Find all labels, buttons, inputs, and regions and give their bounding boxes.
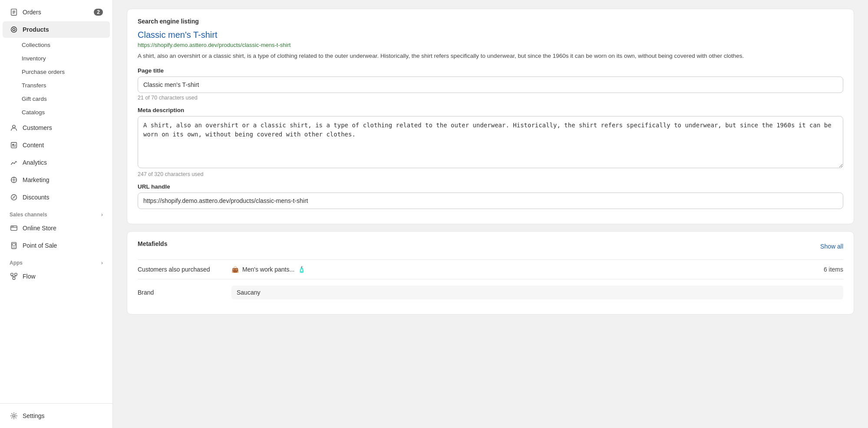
sidebar-item-collections[interactable]: Collections bbox=[3, 39, 110, 51]
products-icon bbox=[10, 25, 18, 34]
main-content: Search engine listing Classic men's T-sh… bbox=[113, 0, 868, 428]
metafields-header: Metafields Show all bbox=[138, 240, 843, 252]
svg-rect-8 bbox=[11, 226, 17, 231]
metafield-purchased-text: Men's work pants... bbox=[242, 266, 294, 273]
meta-description-char-count: 247 of 320 characters used bbox=[138, 171, 843, 177]
sidebar-item-transfers[interactable]: Transfers bbox=[3, 79, 110, 92]
sales-channels-label: Sales channels bbox=[10, 212, 47, 218]
metafield-emoji2: 🧴 bbox=[298, 266, 305, 273]
seo-card: Search engine listing Classic men's T-sh… bbox=[127, 9, 854, 224]
sales-channels-section: Sales channels › bbox=[0, 206, 112, 219]
seo-section-title: Search engine listing bbox=[138, 18, 843, 25]
svg-rect-14 bbox=[15, 273, 17, 275]
sidebar-item-analytics[interactable]: Analytics bbox=[3, 154, 110, 171]
svg-point-10 bbox=[13, 226, 14, 227]
analytics-icon bbox=[10, 158, 18, 167]
sidebar-item-products[interactable]: Products bbox=[3, 21, 110, 38]
online-store-icon bbox=[10, 224, 18, 232]
sidebar-item-discounts[interactable]: Discounts bbox=[3, 189, 110, 206]
catalogs-label: Catalogs bbox=[22, 109, 45, 116]
collections-label: Collections bbox=[22, 42, 50, 48]
products-label: Products bbox=[23, 26, 49, 33]
sidebar: Orders 2 Products Collections Inventory … bbox=[0, 0, 113, 428]
sidebar-item-orders[interactable]: Orders 2 bbox=[3, 4, 110, 20]
page-title-group: Page title 21 of 70 characters used bbox=[138, 67, 843, 101]
seo-product-description: A shirt, also an overshirt or a classic … bbox=[138, 52, 843, 60]
settings-icon bbox=[10, 411, 18, 420]
point-of-sale-icon bbox=[10, 241, 18, 250]
gift-cards-label: Gift cards bbox=[22, 96, 47, 102]
url-handle-input[interactable] bbox=[138, 192, 843, 209]
seo-product-url: https://shopify.demo.asttero.dev/product… bbox=[138, 42, 843, 48]
page-title-label: Page title bbox=[138, 67, 843, 74]
sidebar-item-settings[interactable]: Settings bbox=[3, 408, 110, 424]
inventory-label: Inventory bbox=[22, 55, 46, 62]
svg-point-9 bbox=[12, 226, 13, 227]
content-label: Content bbox=[23, 142, 44, 149]
customers-icon bbox=[10, 123, 18, 132]
metafield-purchased-count: 6 items bbox=[824, 266, 843, 273]
transfers-label: Transfers bbox=[22, 82, 46, 89]
sidebar-item-marketing[interactable]: Marketing bbox=[3, 172, 110, 188]
svg-point-2 bbox=[13, 28, 15, 30]
svg-rect-15 bbox=[13, 277, 15, 279]
svg-point-3 bbox=[13, 125, 15, 128]
svg-point-1 bbox=[11, 27, 17, 33]
sidebar-bottom: Settings bbox=[0, 403, 112, 425]
meta-description-label: Meta description bbox=[138, 107, 843, 113]
metafields-title: Metafields bbox=[138, 240, 167, 247]
page-title-char-count: 21 of 70 characters used bbox=[138, 95, 843, 101]
url-handle-label: URL handle bbox=[138, 183, 843, 190]
show-all-link[interactable]: Show all bbox=[820, 243, 843, 250]
purchase-orders-label: Purchase orders bbox=[22, 69, 65, 75]
metafield-brand-value: Saucany bbox=[231, 285, 843, 299]
metafield-purchased-value: 👜 Men's work pants... 🧴 bbox=[231, 266, 817, 273]
seo-product-title: Classic men's T-shirt bbox=[138, 30, 843, 40]
flow-icon bbox=[10, 272, 18, 281]
svg-rect-5 bbox=[12, 144, 14, 146]
marketing-icon bbox=[10, 176, 18, 184]
analytics-label: Analytics bbox=[23, 159, 47, 166]
sidebar-item-catalogs[interactable]: Catalogs bbox=[3, 106, 110, 119]
meta-description-group: Meta description 247 of 320 characters u… bbox=[138, 107, 843, 177]
metafield-row-purchased: Customers also purchased 👜 Men's work pa… bbox=[138, 259, 843, 279]
online-store-label: Online Store bbox=[23, 225, 56, 232]
marketing-label: Marketing bbox=[23, 176, 49, 183]
apps-chevron-icon[interactable]: › bbox=[101, 259, 103, 266]
metafield-brand-label: Brand bbox=[138, 289, 224, 296]
sidebar-item-gift-cards[interactable]: Gift cards bbox=[3, 93, 110, 105]
sales-channels-chevron-icon[interactable]: › bbox=[101, 211, 103, 218]
sidebar-item-point-of-sale[interactable]: Point of Sale bbox=[3, 237, 110, 254]
sidebar-item-customers[interactable]: Customers bbox=[3, 119, 110, 136]
flow-label: Flow bbox=[23, 273, 36, 280]
discounts-label: Discounts bbox=[23, 194, 49, 201]
content-icon bbox=[10, 141, 18, 149]
metafields-card: Metafields Show all Customers also purch… bbox=[127, 231, 854, 315]
orders-label: Orders bbox=[23, 9, 41, 16]
discounts-icon bbox=[10, 193, 18, 202]
orders-icon bbox=[10, 8, 18, 17]
svg-rect-13 bbox=[11, 273, 13, 275]
sidebar-item-purchase-orders[interactable]: Purchase orders bbox=[3, 66, 110, 78]
sidebar-item-online-store[interactable]: Online Store bbox=[3, 220, 110, 236]
svg-rect-12 bbox=[12, 244, 15, 246]
meta-description-textarea[interactable] bbox=[138, 116, 843, 168]
sidebar-item-inventory[interactable]: Inventory bbox=[3, 52, 110, 65]
apps-label: Apps bbox=[10, 260, 23, 266]
settings-label: Settings bbox=[23, 412, 45, 419]
orders-badge: 2 bbox=[94, 9, 103, 16]
svg-point-16 bbox=[13, 415, 15, 417]
point-of-sale-label: Point of Sale bbox=[23, 242, 57, 249]
customers-label: Customers bbox=[23, 124, 52, 131]
metafield-row-brand: Brand Saucany bbox=[138, 279, 843, 305]
metafield-purchased-label: Customers also purchased bbox=[138, 266, 224, 273]
metafield-emoji1: 👜 bbox=[231, 266, 239, 273]
sidebar-item-content[interactable]: Content bbox=[3, 137, 110, 153]
url-handle-group: URL handle bbox=[138, 183, 843, 209]
sidebar-item-flow[interactable]: Flow bbox=[3, 268, 110, 285]
apps-section: Apps › bbox=[0, 254, 112, 268]
page-title-input[interactable] bbox=[138, 76, 843, 93]
